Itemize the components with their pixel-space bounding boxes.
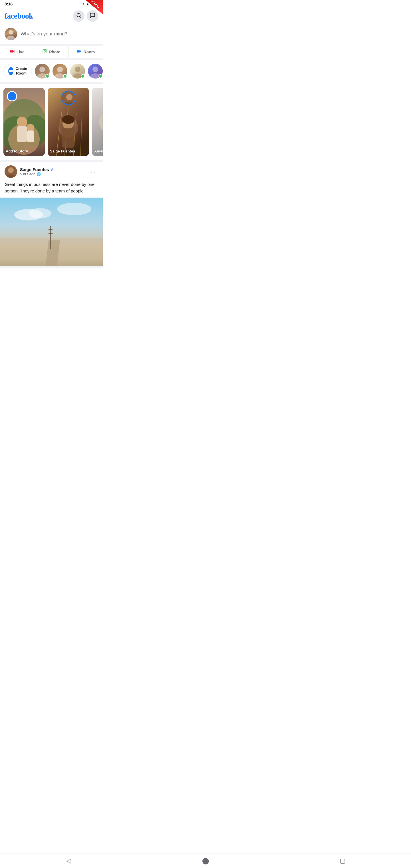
svg-rect-4	[10, 50, 13, 53]
online-indicator	[45, 74, 50, 78]
saige-story-card[interactable]: Saige Fuentes	[48, 88, 89, 156]
photo-icon	[42, 49, 48, 55]
story-avatar-4[interactable]	[88, 64, 103, 79]
post-action-bar: Live Photo Room	[0, 46, 103, 60]
story-cards-row: + Add to Story	[3, 88, 99, 156]
add-story-card[interactable]: + Add to Story	[3, 88, 45, 156]
svg-point-26	[17, 117, 27, 127]
svg-point-57	[29, 208, 51, 218]
add-story-label: Add to Story	[6, 149, 42, 153]
post-header: Saige Fuentes ✔ 5 hrs ago 🌐 ···	[0, 162, 103, 181]
app-header: facebook	[0, 8, 103, 24]
user-avatar	[5, 28, 17, 40]
post-author-avatar[interactable]	[5, 165, 17, 178]
search-icon	[76, 12, 82, 20]
post-image[interactable]	[0, 197, 103, 266]
facebook-logo: facebook	[5, 11, 33, 21]
amelie-story-card[interactable]: Amelie Gri...	[92, 88, 103, 156]
status-time: 8:18	[5, 2, 12, 6]
svg-rect-62	[49, 233, 53, 234]
post-more-button[interactable]: ···	[88, 166, 98, 177]
svg-point-40	[66, 94, 72, 100]
story-avatar-1[interactable]	[35, 64, 50, 79]
saige-story-name: Saige Fuentes	[50, 149, 87, 153]
search-button[interactable]	[73, 10, 85, 22]
svg-point-2	[8, 30, 13, 35]
amelie-story-name: Amelie Gri...	[94, 149, 103, 153]
room-icon	[76, 49, 82, 55]
svg-rect-29	[27, 130, 34, 142]
feed-post: Saige Fuentes ✔ 5 hrs ago 🌐 ··· Great th…	[0, 162, 103, 269]
live-button[interactable]: Live	[0, 46, 34, 58]
story-avatar-2[interactable]	[53, 64, 67, 79]
svg-line-1	[80, 16, 81, 18]
svg-rect-7	[77, 50, 80, 53]
svg-rect-5	[43, 50, 47, 53]
stories-row: CreateRoom	[3, 64, 103, 79]
post-creator[interactable]: What's on your mind?	[0, 24, 103, 46]
create-room-button[interactable]: CreateRoom	[3, 64, 32, 78]
photo-label: Photo	[49, 50, 61, 54]
post-input[interactable]: What's on your mind?	[21, 31, 98, 37]
verified-badge: ✔	[50, 167, 54, 172]
room-button[interactable]: Room	[69, 46, 103, 58]
live-label: Live	[17, 50, 25, 54]
room-label: Room	[83, 50, 95, 54]
svg-point-6	[44, 51, 46, 52]
svg-point-13	[75, 66, 81, 72]
svg-point-38	[62, 115, 74, 124]
stories-section: CreateRoom	[0, 60, 103, 84]
post-author-name: Saige Fuentes ✔	[20, 167, 85, 172]
svg-rect-8	[9, 70, 12, 72]
messenger-button[interactable]	[87, 10, 98, 22]
svg-rect-61	[49, 229, 53, 230]
saige-story-avatar	[61, 91, 76, 105]
user-avatar-image	[5, 28, 17, 40]
svg-point-53	[8, 167, 14, 173]
create-room-label: CreateRoom	[16, 66, 27, 75]
svg-point-58	[57, 203, 91, 215]
story-avatar-3[interactable]	[70, 64, 85, 79]
header-actions	[73, 10, 98, 22]
visibility-globe-icon: 🌐	[36, 172, 41, 176]
feed-section: Saige Fuentes ✔ 5 hrs ago 🌐 ··· Great th…	[0, 162, 103, 269]
photo-button[interactable]: Photo	[34, 46, 68, 58]
svg-point-28	[27, 124, 34, 131]
add-story-plus-button[interactable]: +	[7, 91, 17, 101]
live-icon	[10, 49, 15, 55]
create-room-icon	[8, 67, 13, 75]
svg-point-3	[7, 36, 15, 40]
svg-rect-37	[62, 128, 74, 148]
post-time: 5 hrs ago 🌐	[20, 172, 85, 176]
svg-point-11	[57, 66, 63, 72]
story-cards-section: + Add to Story	[0, 84, 103, 162]
notification-icon: ⊙	[81, 2, 84, 6]
online-indicator	[81, 74, 85, 78]
messenger-icon	[90, 12, 95, 20]
online-indicator	[98, 74, 102, 78]
svg-point-9	[39, 66, 45, 72]
online-indicator	[63, 74, 67, 78]
post-meta: Saige Fuentes ✔ 5 hrs ago 🌐	[20, 167, 85, 176]
svg-point-15	[92, 66, 98, 72]
post-text: Great things in business are never done …	[0, 181, 103, 197]
more-options-icon: ···	[91, 168, 96, 175]
svg-rect-27	[17, 126, 27, 142]
